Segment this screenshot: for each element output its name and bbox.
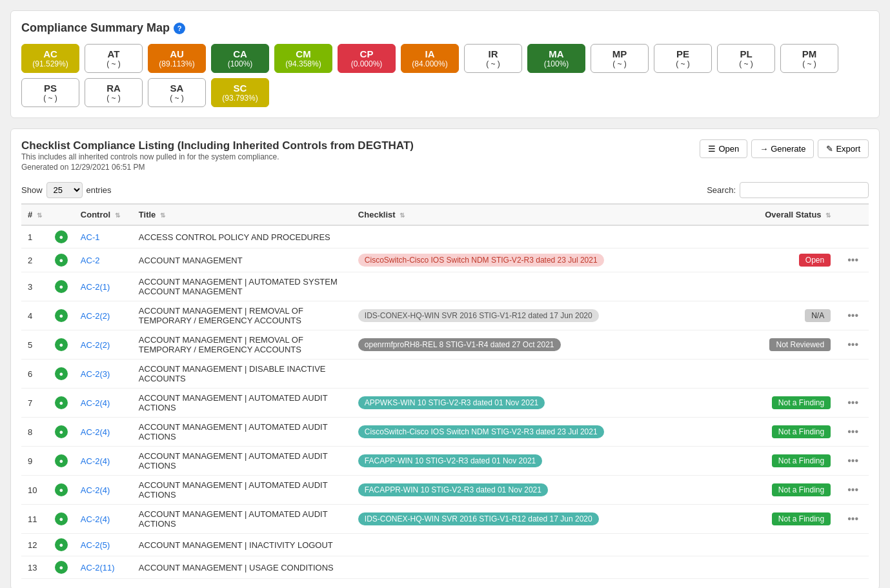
row-checklist: IDS-CONEX-HQ-WIN SVR 2016 STIG-V1-R12 da… <box>352 505 734 534</box>
compliance-table: # ⇅ Control ⇅ Title ⇅ Checklist ⇅ Overal… <box>21 203 869 579</box>
control-link[interactable]: AC-1 <box>81 232 100 242</box>
tag-ma[interactable]: MA(100%) <box>527 44 585 73</box>
tag-ps[interactable]: PS( ~ ) <box>21 78 79 107</box>
th-num[interactable]: # ⇅ <box>21 204 48 225</box>
export-button[interactable]: ✎ Export <box>818 139 869 158</box>
row-actions-button[interactable]: ••• <box>844 253 862 267</box>
checklist-subtitle: This includes all inherited controls now… <box>21 152 414 161</box>
row-actions-button[interactable]: ••• <box>844 338 862 352</box>
tag-cp[interactable]: CP(0.000%) <box>338 44 396 73</box>
row-number: 2 <box>21 248 48 272</box>
row-control: AC-2(11) <box>74 556 132 579</box>
open-button[interactable]: ☰ Open <box>700 139 747 158</box>
row-title: ACCOUNT MANAGEMENT | AUTOMATED AUDIT ACT… <box>132 389 352 418</box>
help-icon[interactable]: ? <box>174 23 185 34</box>
row-icon-cell: ● <box>48 534 74 556</box>
control-link[interactable]: AC-2(4) <box>81 398 110 408</box>
status-circle-icon: ● <box>55 230 68 243</box>
row-actions: ••• <box>837 389 869 418</box>
checklist-badge: IDS-CONEX-HQ-WIN SVR 2016 STIG-V1-R12 da… <box>358 309 599 322</box>
tag-pm[interactable]: PM( ~ ) <box>780 44 838 73</box>
tag-ra[interactable]: RA( ~ ) <box>85 78 143 107</box>
tag-ir[interactable]: IR( ~ ) <box>464 44 522 73</box>
control-link[interactable]: AC-2(2) <box>81 340 110 350</box>
control-link[interactable]: AC-2(4) <box>81 456 110 466</box>
row-actions-button[interactable]: ••• <box>844 454 862 468</box>
row-number: 9 <box>21 447 48 476</box>
generate-button[interactable]: → Generate <box>751 139 814 158</box>
row-checklist: CiscoSwitch-Cisco IOS Switch NDM STIG-V2… <box>352 248 734 272</box>
tag-ia[interactable]: IA(84.000%) <box>401 44 459 73</box>
open-icon: ☰ <box>708 144 716 154</box>
row-actions <box>837 556 869 579</box>
checklist-header: Checklist Compliance Listing (Including … <box>21 139 869 173</box>
tag-au[interactable]: AU(89.113%) <box>148 44 206 73</box>
control-link[interactable]: AC-2(5) <box>81 540 110 550</box>
row-actions: ••• <box>837 248 869 272</box>
th-checklist[interactable]: Checklist ⇅ <box>352 204 734 225</box>
row-status <box>734 360 837 389</box>
search-label: Search: <box>707 185 736 195</box>
row-actions-button[interactable]: ••• <box>844 512 862 526</box>
tag-cm[interactable]: CM(94.358%) <box>274 44 332 73</box>
row-actions-button[interactable]: ••• <box>844 425 862 439</box>
tag-ac[interactable]: AC(91.529%) <box>21 44 79 73</box>
row-status: N/A <box>734 301 837 330</box>
tag-pl[interactable]: PL( ~ ) <box>717 44 775 73</box>
table-row: 6 ● AC-2(3) ACCOUNT MANAGEMENT | DISABLE… <box>21 360 869 389</box>
row-checklist <box>352 225 734 248</box>
th-title[interactable]: Title ⇅ <box>132 204 352 225</box>
control-link[interactable]: AC-2(4) <box>81 485 110 495</box>
tag-at[interactable]: AT( ~ ) <box>85 44 143 73</box>
control-link[interactable]: AC-2(1) <box>81 282 110 292</box>
table-header-row: # ⇅ Control ⇅ Title ⇅ Checklist ⇅ Overal… <box>21 204 869 225</box>
control-link[interactable]: AC-2(11) <box>81 563 115 573</box>
checklist-badge: IDS-CONEX-HQ-WIN SVR 2016 STIG-V1-R12 da… <box>358 512 599 525</box>
export-icon: ✎ <box>826 144 833 154</box>
row-checklist: CiscoSwitch-Cisco IOS Switch NDM STIG-V2… <box>352 418 734 447</box>
search-input[interactable] <box>740 182 869 198</box>
th-control[interactable]: Control ⇅ <box>74 204 132 225</box>
row-title: ACCOUNT MANAGEMENT | AUTOMATED AUDIT ACT… <box>132 418 352 447</box>
tag-sa[interactable]: SA( ~ ) <box>148 78 206 107</box>
control-link[interactable]: AC-2(4) <box>81 427 110 437</box>
status-circle-icon: ● <box>55 538 68 551</box>
row-actions-button[interactable]: ••• <box>844 309 862 323</box>
row-control: AC-1 <box>74 225 132 248</box>
row-title: ACCOUNT MANAGEMENT | USAGE CONDITIONS <box>132 556 352 579</box>
row-actions-button[interactable]: ••• <box>844 483 862 497</box>
generate-icon: → <box>760 144 768 154</box>
row-title: ACCOUNT MANAGEMENT | REMOVAL OF TEMPORAR… <box>132 301 352 330</box>
checklist-badge: openrmfproRH8-REL 8 STIG-V1-R4 dated 27 … <box>358 338 561 351</box>
table-row: 12 ● AC-2(5) ACCOUNT MANAGEMENT | INACTI… <box>21 534 869 556</box>
show-label: Show <box>21 185 43 195</box>
control-link[interactable]: AC-2 <box>81 256 100 265</box>
th-status[interactable]: Overall Status ⇅ <box>734 204 837 225</box>
status-badge: Not a Finding <box>772 454 831 467</box>
row-status: Not a Finding <box>734 389 837 418</box>
tag-sc[interactable]: SC(93.793%) <box>211 78 269 107</box>
row-status: Not a Finding <box>734 418 837 447</box>
row-checklist: FACAPPR-WIN 10 STIG-V2-R3 dated 01 Nov 2… <box>352 476 734 505</box>
entries-select[interactable]: 25 50 100 <box>46 182 83 198</box>
tag-pe[interactable]: PE( ~ ) <box>654 44 712 73</box>
tag-ca[interactable]: CA(100%) <box>211 44 269 73</box>
row-title: ACCOUNT MANAGEMENT | AUTOMATED AUDIT ACT… <box>132 476 352 505</box>
row-actions: ••• <box>837 447 869 476</box>
row-title: ACCOUNT MANAGEMENT <box>132 248 352 272</box>
table-row: 8 ● AC-2(4) ACCOUNT MANAGEMENT | AUTOMAT… <box>21 418 869 447</box>
control-link[interactable]: AC-2(4) <box>81 514 110 524</box>
checklist-header-left: Checklist Compliance Listing (Including … <box>21 139 414 173</box>
row-icon-cell: ● <box>48 447 74 476</box>
tag-mp[interactable]: MP( ~ ) <box>591 44 649 73</box>
row-title: ACCOUNT MANAGEMENT | AUTOMATED AUDIT ACT… <box>132 447 352 476</box>
table-row: 5 ● AC-2(2) ACCOUNT MANAGEMENT | REMOVAL… <box>21 330 869 360</box>
row-number: 1 <box>21 225 48 248</box>
control-link[interactable]: AC-2(2) <box>81 311 110 321</box>
row-checklist: FACAPP-WIN 10 STIG-V2-R3 dated 01 Nov 20… <box>352 447 734 476</box>
checklist-badge: FACAPP-WIN 10 STIG-V2-R3 dated 01 Nov 20… <box>358 454 542 467</box>
row-actions-button[interactable]: ••• <box>844 396 862 410</box>
status-circle-icon: ● <box>55 454 68 467</box>
row-status <box>734 556 837 579</box>
control-link[interactable]: AC-2(3) <box>81 369 110 379</box>
